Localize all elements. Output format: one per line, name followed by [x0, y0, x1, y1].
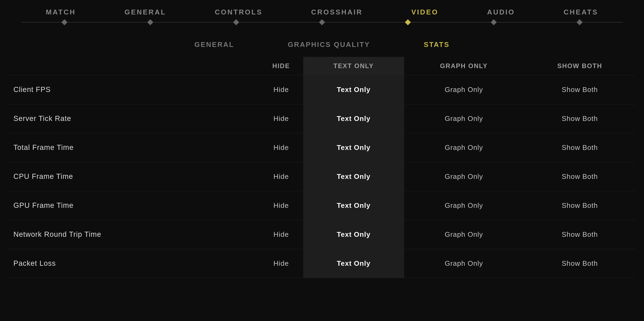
table-header-row: Hide Text Only Graph Only Show Both: [8, 57, 636, 75]
row-1-option-show-both[interactable]: Show Both: [524, 104, 636, 133]
row-4-option-show-both[interactable]: Show Both: [524, 191, 636, 220]
row-6-option-hide[interactable]: Hide: [259, 249, 303, 278]
table-row: CPU Frame TimeHideText OnlyGraph OnlySho…: [8, 162, 636, 191]
nav-items-row: MATCH GENERAL CONTROLS CROSSHAIR VIDEO A…: [0, 0, 644, 16]
table-row: GPU Frame TimeHideText OnlyGraph OnlySho…: [8, 191, 636, 220]
top-navigation: MATCH GENERAL CONTROLS CROSSHAIR VIDEO A…: [0, 0, 644, 24]
diamond-row: [0, 20, 644, 24]
content-area: Hide Text Only Graph Only Show Both Clie…: [0, 57, 644, 278]
row-label-5: Network Round Trip Time: [8, 220, 259, 249]
nav-item-general[interactable]: GENERAL: [125, 8, 166, 16]
nav-item-match[interactable]: MATCH: [46, 8, 76, 16]
nav-diamond-crosshair: [319, 19, 325, 25]
row-5-option-graph-only[interactable]: Graph Only: [404, 220, 524, 249]
col-header-text-only: Text Only: [303, 57, 404, 75]
sub-tab-general[interactable]: GENERAL: [167, 38, 261, 51]
nav-item-cheats[interactable]: CHEATS: [564, 8, 598, 16]
table-row: Total Frame TimeHideText OnlyGraph OnlyS…: [8, 133, 636, 162]
col-header-graph-only: Graph Only: [404, 57, 524, 75]
row-5-option-show-both[interactable]: Show Both: [524, 220, 636, 249]
row-5-option-hide[interactable]: Hide: [259, 220, 303, 249]
nav-diamond-cheats: [577, 19, 583, 25]
row-2-option-text-only[interactable]: Text Only: [303, 133, 404, 162]
row-6-option-text-only[interactable]: Text Only: [303, 249, 404, 278]
row-6-option-graph-only[interactable]: Graph Only: [404, 249, 524, 278]
row-label-0: Client FPS: [8, 75, 259, 104]
nav-item-controls[interactable]: CONTROLS: [215, 8, 262, 16]
row-1-option-hide[interactable]: Hide: [259, 104, 303, 133]
col-header-label: [8, 57, 259, 75]
table-body: Client FPSHideText OnlyGraph OnlyShow Bo…: [8, 75, 636, 278]
nav-diamond-controls: [233, 19, 239, 25]
row-4-option-graph-only[interactable]: Graph Only: [404, 191, 524, 220]
col-header-show-both: Show Both: [524, 57, 636, 75]
row-3-option-text-only[interactable]: Text Only: [303, 162, 404, 191]
row-2-option-show-both[interactable]: Show Both: [524, 133, 636, 162]
nav-diamond-match: [61, 19, 68, 25]
nav-diamond-video: [405, 19, 411, 25]
row-0-option-show-both[interactable]: Show Both: [524, 75, 636, 104]
table-row: Packet LossHideText OnlyGraph OnlyShow B…: [8, 249, 636, 278]
row-label-3: CPU Frame Time: [8, 162, 259, 191]
row-label-2: Total Frame Time: [8, 133, 259, 162]
row-label-6: Packet Loss: [8, 249, 259, 278]
row-0-option-hide[interactable]: Hide: [259, 75, 303, 104]
row-1-option-graph-only[interactable]: Graph Only: [404, 104, 524, 133]
row-3-option-graph-only[interactable]: Graph Only: [404, 162, 524, 191]
nav-item-video[interactable]: VIDEO: [411, 8, 438, 16]
nav-diamond-audio: [491, 19, 497, 25]
stats-table: Hide Text Only Graph Only Show Both Clie…: [8, 57, 636, 278]
table-row: Server Tick RateHideText OnlyGraph OnlyS…: [8, 104, 636, 133]
row-label-4: GPU Frame Time: [8, 191, 259, 220]
row-2-option-hide[interactable]: Hide: [259, 133, 303, 162]
nav-item-crosshair[interactable]: CROSSHAIR: [311, 8, 363, 16]
col-header-hide: Hide: [259, 57, 303, 75]
table-row: Client FPSHideText OnlyGraph OnlyShow Bo…: [8, 75, 636, 104]
row-label-1: Server Tick Rate: [8, 104, 259, 133]
row-0-option-text-only[interactable]: Text Only: [303, 75, 404, 104]
row-5-option-text-only[interactable]: Text Only: [303, 220, 404, 249]
table-row: Network Round Trip TimeHideText OnlyGrap…: [8, 220, 636, 249]
nav-diamond-general: [147, 19, 153, 25]
nav-item-audio[interactable]: AUDIO: [487, 8, 515, 16]
row-1-option-text-only[interactable]: Text Only: [303, 104, 404, 133]
row-4-option-hide[interactable]: Hide: [259, 191, 303, 220]
row-0-option-graph-only[interactable]: Graph Only: [404, 75, 524, 104]
row-2-option-graph-only[interactable]: Graph Only: [404, 133, 524, 162]
row-3-option-hide[interactable]: Hide: [259, 162, 303, 191]
row-4-option-text-only[interactable]: Text Only: [303, 191, 404, 220]
sub-tabs: GENERAL GRAPHICS QUALITY STATS: [0, 38, 644, 51]
sub-tab-stats[interactable]: STATS: [397, 38, 476, 51]
sub-tab-graphics[interactable]: GRAPHICS QUALITY: [261, 38, 397, 51]
row-3-option-show-both[interactable]: Show Both: [524, 162, 636, 191]
row-6-option-show-both[interactable]: Show Both: [524, 249, 636, 278]
